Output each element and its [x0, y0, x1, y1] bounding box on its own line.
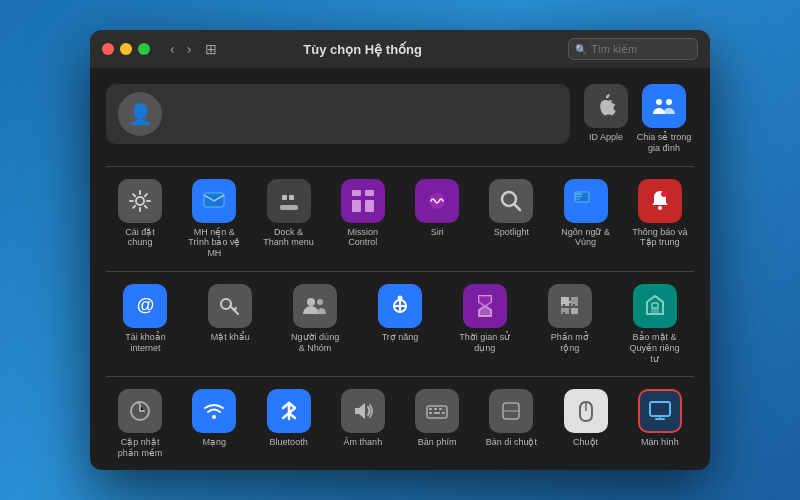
row-2: @ Tài khoản internet Mật khẩu	[106, 280, 694, 368]
svg-rect-11	[365, 200, 374, 212]
puzzle-icon	[556, 292, 584, 320]
users-item[interactable]: Người dùng & Nhóm	[276, 280, 355, 368]
trackpad-item[interactable]: Bàn di chuột	[477, 385, 545, 463]
main-content: 👤 ID Apple	[90, 68, 710, 470]
svg-point-20	[317, 299, 323, 305]
network-item[interactable]: Mạng	[180, 385, 248, 463]
trackpad-icon	[489, 389, 533, 433]
language-label: Ngôn ngữ & Vùng	[558, 227, 614, 249]
display-icon	[638, 389, 682, 433]
accessibility-icon	[378, 284, 422, 328]
avatar: 👤	[118, 92, 162, 136]
extensions-item[interactable]: Phần mở rộng	[530, 280, 609, 368]
dock-label: Dock & Thanh menu	[261, 227, 317, 249]
close-button[interactable]	[102, 43, 114, 55]
bluetooth-symbol-icon	[275, 397, 303, 425]
software-update-icon	[118, 389, 162, 433]
svg-rect-7	[289, 195, 294, 200]
mission-icon	[341, 179, 385, 223]
divider-2	[106, 271, 694, 272]
svg-rect-10	[352, 200, 361, 212]
mission-item[interactable]: Mission Control	[329, 175, 397, 263]
display-label: Màn hình	[641, 437, 679, 448]
svg-rect-25	[652, 303, 658, 308]
mission-label: Mission Control	[335, 227, 391, 249]
spotlight-search-icon	[497, 187, 525, 215]
window-title: Tùy chọn Hệ thống	[165, 42, 560, 57]
spotlight-icon	[489, 179, 533, 223]
speaker-icon	[349, 397, 377, 425]
internet-icon: @	[123, 284, 167, 328]
accessibility-item[interactable]: Trợ năng	[361, 280, 440, 368]
siri-icon	[415, 179, 459, 223]
trackpad-symbol-icon	[497, 397, 525, 425]
hourglass-icon	[471, 292, 499, 320]
apple-logo-icon	[592, 92, 620, 120]
bluetooth-item[interactable]: Bluetooth	[255, 385, 323, 463]
bluetooth-label: Bluetooth	[270, 437, 308, 448]
spotlight-item[interactable]: Spotlight	[477, 175, 545, 263]
accessibility-label: Trợ năng	[382, 332, 419, 343]
security-label: Bảo mật & Quyền riêng tư	[627, 332, 683, 364]
search-box[interactable]: 🔍	[568, 38, 698, 60]
display-item[interactable]: Màn hình	[626, 385, 694, 463]
keyboard-label: Bàn phím	[418, 437, 457, 448]
svg-point-2	[136, 197, 144, 205]
password-label: Mật khẩu	[211, 332, 250, 343]
security-item[interactable]: Bảo mật & Quyền riêng tư	[615, 280, 694, 368]
system-preferences-window: ‹ › ⊞ Tùy chọn Hệ thống 🔍 👤	[90, 30, 710, 470]
general-item[interactable]: Cài đặt chung	[106, 175, 174, 263]
dock-icon	[267, 179, 311, 223]
mouse-item[interactable]: Chuột	[552, 385, 620, 463]
traffic-lights	[102, 43, 150, 55]
extensions-icon	[548, 284, 592, 328]
svg-point-16	[658, 206, 662, 210]
family-sharing-item[interactable]: Chia sẻ trong gia đình	[634, 84, 694, 154]
svg-point-1	[666, 99, 672, 105]
top-row: 👤 ID Apple	[106, 84, 694, 154]
software-item[interactable]: Cập nhật phần mềm	[106, 385, 174, 463]
search-input[interactable]	[591, 43, 691, 55]
siri-waveform-icon	[423, 187, 451, 215]
dock-menu-icon	[275, 187, 303, 215]
password-item[interactable]: Mật khẩu	[191, 280, 270, 368]
language-item[interactable]: Ngôn ngữ & Vùng	[552, 175, 620, 263]
mouse-icon	[564, 389, 608, 433]
mouse-label: Chuột	[573, 437, 598, 448]
titlebar: ‹ › ⊞ Tùy chọn Hệ thống 🔍	[90, 30, 710, 68]
notifications-label: Thông báo và Tập trung	[632, 227, 688, 249]
desktop-item[interactable]: MH nền & Trình bảo vệ MH	[180, 175, 248, 263]
svg-rect-29	[429, 408, 432, 410]
sound-icon	[341, 389, 385, 433]
maximize-button[interactable]	[138, 43, 150, 55]
desktop-screensaver-icon	[200, 187, 228, 215]
key-icon	[216, 292, 244, 320]
users-icon	[293, 284, 337, 328]
siri-item[interactable]: Siri	[403, 175, 471, 263]
accessibility-person-icon	[386, 292, 414, 320]
apple-id-item[interactable]: ID Apple	[584, 84, 628, 154]
minimize-button[interactable]	[120, 43, 132, 55]
svg-line-14	[515, 204, 521, 210]
svg-point-27	[212, 415, 216, 419]
general-label: Cài đặt chung	[112, 227, 168, 249]
language-region-icon	[572, 187, 600, 215]
sound-label: Âm thanh	[344, 437, 383, 448]
notifications-icon	[638, 179, 682, 223]
svg-rect-33	[434, 412, 440, 414]
keyboard-icon	[415, 389, 459, 433]
svg-rect-8	[352, 190, 361, 196]
users-label: Người dùng & Nhóm	[287, 332, 343, 354]
spotlight-label: Spotlight	[494, 227, 529, 238]
home-shield-icon	[641, 292, 669, 320]
password-icon	[208, 284, 252, 328]
screentime-item[interactable]: Thời gian sử dụng	[445, 280, 524, 368]
svg-rect-30	[434, 408, 437, 410]
internet-item[interactable]: @ Tài khoản internet	[106, 280, 185, 368]
notifications-item[interactable]: Thông báo và Tập trung	[626, 175, 694, 263]
dock-item[interactable]: Dock & Thanh menu	[255, 175, 323, 263]
sound-item[interactable]: Âm thanh	[329, 385, 397, 463]
extensions-label: Phần mở rộng	[542, 332, 598, 354]
network-wifi-icon	[200, 397, 228, 425]
keyboard-item[interactable]: Bàn phím	[403, 385, 471, 463]
